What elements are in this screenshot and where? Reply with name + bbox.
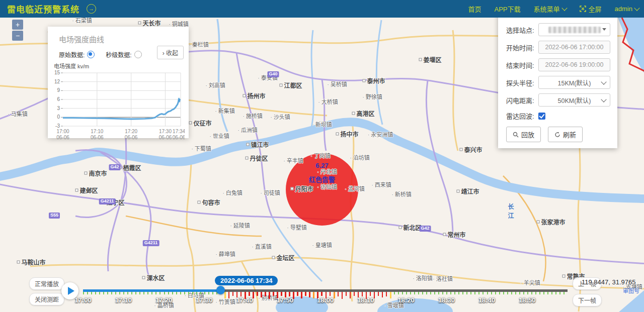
road-shield: S55 <box>49 213 60 219</box>
dropdown-arrow-icon <box>602 28 606 31</box>
end-time-input[interactable]: 2022-06-06 19:00:00 <box>538 58 610 71</box>
play-button[interactable] <box>61 282 78 299</box>
svg-text:3: 3 <box>57 106 60 111</box>
svg-text:17:00: 17:00 <box>56 129 69 134</box>
radio-dot-checked[interactable] <box>87 51 95 58</box>
map-label-town: 洛阳镇 <box>413 274 433 282</box>
svg-text:12: 12 <box>54 79 60 84</box>
radar-echo-checkbox[interactable] <box>538 113 545 120</box>
magnifier-icon <box>513 132 519 138</box>
map-label-city: 句容市 <box>197 198 220 206</box>
map-label-town: 吴桥镇 <box>327 80 347 88</box>
map-label-town: 大桥镇 <box>318 97 338 106</box>
map-label-town: 洛社镇 <box>433 274 453 282</box>
map-label-city: 溧水区 <box>142 273 165 282</box>
station-select[interactable] <box>538 23 610 36</box>
svg-text:17:10: 17:10 <box>91 129 103 134</box>
radar-echo-label: 雷达回波: <box>506 111 538 121</box>
map-label-city: 张家港市 <box>536 218 565 226</box>
radio-second-data[interactable]: 秒级数据: <box>106 50 141 59</box>
start-time-input[interactable]: 2022-06-06 17:00:00 <box>538 41 610 54</box>
map-label-town: 皇塘镇 <box>312 241 332 249</box>
fullscreen-icon <box>580 6 586 12</box>
road-shield: G4211 <box>99 198 116 204</box>
timeline-slider-handle[interactable] <box>216 286 225 294</box>
map-label-town: 羊尖镇 <box>520 278 540 286</box>
map-label-town: 孟河镇 <box>345 184 365 192</box>
nav-app-download[interactable]: APP下载 <box>495 4 521 14</box>
map-label-town: 新坝镇 <box>312 120 332 128</box>
map-label-town: 下蜀镇 <box>191 144 211 152</box>
map-label-town: 瓜洲镇 <box>237 126 258 134</box>
svg-text:0: 0 <box>57 114 60 120</box>
map-label-town: 野徐镇 <box>362 92 382 100</box>
nav-fullscreen[interactable]: 全屏 <box>580 4 602 14</box>
map-label-city: 仪征市 <box>189 119 211 127</box>
lightning-warning-app: 天长市扬州市泰州市江都区高港区仪征市镇江市扬中市泰兴市靖江市丹徒区南京市栖霞区建… <box>0 0 644 312</box>
zoom-out-button[interactable]: − <box>12 31 23 41</box>
map-label-town: 辛丰镇 <box>283 156 303 164</box>
map-label-city: 常州市 <box>443 230 465 239</box>
map-label-city: 扬州市 <box>243 91 265 100</box>
lightning-distance-select[interactable]: 50KM(默认) <box>538 93 610 107</box>
collapse-panel-button[interactable]: › 收起 <box>157 46 184 59</box>
nav-user-admin[interactable]: admin <box>615 5 639 13</box>
map-label-city: 栖霞区 <box>118 163 141 172</box>
next-frame-button[interactable]: 下一帧 <box>573 294 602 306</box>
map-label-town: 新桥镇 <box>391 190 412 198</box>
map-label-town: 世业镇 <box>209 132 229 140</box>
map-label-city: 江都区 <box>279 81 302 89</box>
map-label-town: 竹箦镇 <box>215 297 235 305</box>
map-label-town: 丁岗镇 <box>310 151 331 159</box>
map-label-town: 马集镇 <box>8 110 28 118</box>
lightning-distance-label: 闪电距离: <box>506 95 538 105</box>
top-nav: 首页 APP下载 系统菜单 全屏 admin <box>468 0 639 18</box>
refresh-button[interactable]: 刷新 <box>548 127 583 142</box>
svg-text:06-06: 06-06 <box>125 135 138 140</box>
map-label-city: 南京市 <box>84 169 107 177</box>
map-label-town: 别桥镇 <box>258 293 278 301</box>
map-label-town: 白兔镇 <box>222 188 243 196</box>
zoom-in-button[interactable]: + <box>12 20 23 30</box>
nav-home[interactable]: 首页 <box>468 4 481 14</box>
map-label-town: 延陵镇 <box>230 221 250 229</box>
refresh-icon <box>554 132 560 138</box>
svg-text:06-06: 06-06 <box>173 135 185 140</box>
map-label-town: 白马镇 <box>184 291 204 299</box>
svg-text:-3: -3 <box>55 123 60 129</box>
road-shield: G40 <box>267 71 279 77</box>
nav-system-menu[interactable]: 系统菜单 <box>534 4 567 14</box>
censored-station-name <box>548 27 601 33</box>
probe-radius-select[interactable]: 15KM(默认) <box>538 76 610 89</box>
sidebar-toggle-icon[interactable]: → <box>87 4 96 14</box>
map-label-city: 镇江市 <box>246 140 269 149</box>
radio-dot-unchecked[interactable] <box>134 51 142 58</box>
svg-text:06-06: 06-06 <box>159 135 172 140</box>
probe-radius-label: 探头半径: <box>506 78 538 87</box>
map-label-city: 姜堰区 <box>419 55 441 64</box>
chevron-down-icon <box>601 96 606 102</box>
alert-label: 红色告警 <box>309 174 335 184</box>
map-label-town: 导墅镇 <box>287 223 307 231</box>
timeline-track[interactable] <box>83 289 568 292</box>
playback-button[interactable]: 回放 <box>506 127 541 142</box>
chart-y-axis-title: 电场强度 kv/m <box>54 62 189 70</box>
map-label-town: 泊坊镇 <box>350 153 370 161</box>
play-mode-button[interactable]: 正常播放 <box>29 277 64 290</box>
chevron-down-icon <box>634 5 639 11</box>
map-label-city: 丹徒区 <box>245 154 268 162</box>
alert-value: 6.27 <box>315 162 328 169</box>
radio-raw-data[interactable]: 原始数据: <box>59 50 95 59</box>
map-label-city: 扬中市 <box>336 130 358 138</box>
map-label-town: 薛埠镇 <box>215 250 235 258</box>
close-ranging-button[interactable]: 关闭测距 <box>29 293 64 305</box>
map-label-town: 新集镇 <box>215 107 235 115</box>
end-time-label: 结束时间: <box>506 60 538 70</box>
svg-text:17:34: 17:34 <box>173 129 185 134</box>
start-time-label: 开始时间: <box>506 43 538 52</box>
play-icon <box>68 287 74 295</box>
map-attribution: 审图号 <box>623 286 639 294</box>
map-label-town: 直溪镇 <box>252 242 272 250</box>
map-label-city: 新北区 <box>398 223 421 232</box>
svg-text:15: 15 <box>54 70 60 75</box>
